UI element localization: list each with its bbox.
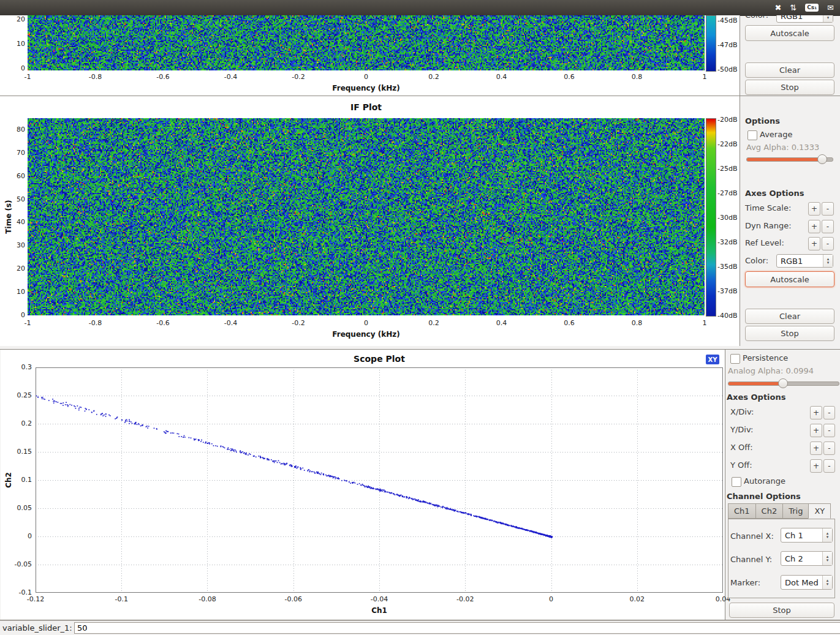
dyn-range-minus-button[interactable]: - [822, 220, 834, 233]
tick-label: -37dB [717, 287, 738, 295]
color-select[interactable]: RGB1 ▴▾ [776, 254, 833, 268]
if-plot-colorbar [706, 118, 716, 317]
channel-y-select[interactable]: Ch 2 ▴▾ [781, 551, 833, 566]
xdiv-plus-button[interactable]: + [810, 406, 822, 419]
color-select[interactable]: RGB1 ▴▾ [776, 15, 833, 23]
tick-label: 0.1 [0, 476, 32, 484]
tick-label: -0.4 [224, 319, 237, 327]
if-plot-y-label: Time (s) [4, 198, 13, 235]
tick-label: 40 [0, 218, 25, 226]
ydiv-minus-button[interactable]: - [823, 424, 835, 437]
mail-icon[interactable]: ✉ [827, 3, 834, 12]
variable-slider-label: variable_slider_1: [2, 623, 72, 633]
tick-label: 0.8 [632, 319, 643, 327]
time-scale-minus-button[interactable]: - [822, 202, 834, 216]
tick-label: -30dB [717, 214, 738, 222]
tick-label: -20dB [717, 116, 738, 124]
tick-label: 10 [0, 40, 25, 48]
xoff-plus-button[interactable]: + [810, 441, 822, 455]
tick-label: -40dB [717, 312, 738, 320]
average-checkbox[interactable] [747, 130, 757, 140]
gnuradio-qt-window: ✖ ⇅ Cs₁ ✉ 20100 -1-0.8-0.6-0.4-0.200.20.… [0, 0, 840, 635]
spinner-arrows-icon[interactable]: ▴▾ [822, 528, 832, 542]
tick-label: -32dB [717, 238, 738, 246]
spinner-arrows-icon[interactable]: ▴▾ [822, 552, 832, 565]
scope-canvas[interactable] [36, 367, 723, 593]
tick-label: -0.8 [89, 319, 102, 327]
tick-label: 50 [0, 195, 25, 203]
tick-label: -0.4 [224, 73, 237, 81]
tick-label: -1 [25, 73, 31, 81]
titlebar-indicator-icons: ✖ ⇅ Cs₁ ✉ [774, 0, 834, 15]
dyn-range-plus-button[interactable]: + [808, 220, 820, 233]
xy-legend-badge[interactable]: XY [706, 355, 719, 364]
tick-label: 20 [0, 15, 25, 23]
channel-x-select[interactable]: Ch 1 ▴▾ [781, 528, 833, 543]
tick-label: 0.6 [564, 73, 575, 81]
section-divider [0, 349, 840, 350]
cross-icon[interactable]: ✖ [774, 3, 781, 12]
tick-label: 20 [0, 265, 25, 272]
yoff-plus-button[interactable]: + [810, 459, 822, 473]
color-select-value: RGB1 [781, 15, 803, 21]
xdiv-minus-button[interactable]: - [823, 406, 835, 419]
stop-button[interactable]: Stop [745, 326, 834, 341]
color-select-value: RGB1 [781, 257, 803, 266]
waterfall-top-canvas[interactable] [28, 15, 705, 70]
tick-label: -22dB [717, 140, 738, 148]
variable-slider-input[interactable] [74, 622, 840, 634]
avg-alpha-slider-handle[interactable] [817, 154, 827, 164]
xdiv-label: X/Div: [730, 407, 754, 416]
analog-alpha-label: Analog Alpha: 0.0994 [728, 366, 814, 375]
if-plot-canvas[interactable] [28, 118, 705, 315]
spinner-arrows-icon[interactable]: ▴▾ [822, 576, 832, 589]
spinner-arrows-icon[interactable]: ▴▾ [823, 15, 833, 22]
tick-label: -1 [25, 319, 31, 327]
tick-label: -0.6 [156, 319, 169, 327]
autorange-checkbox[interactable] [732, 477, 741, 487]
stop-button[interactable]: Stop [745, 80, 834, 95]
tick-label: 0.25 [0, 391, 32, 399]
color-label: Color: [745, 256, 768, 265]
tick-label: -25dB [717, 165, 738, 173]
tab-ch2[interactable]: Ch2 [755, 503, 783, 519]
tick-label: 70 [0, 149, 25, 157]
stop-button[interactable]: Stop [729, 603, 834, 618]
analog-alpha-slider-handle[interactable] [778, 378, 788, 388]
analog-alpha-slider[interactable] [728, 381, 839, 386]
tick-label: -0.1 [115, 595, 128, 603]
avg-alpha-slider[interactable] [746, 157, 833, 162]
time-scale-plus-button[interactable]: + [808, 202, 820, 216]
ydiv-plus-button[interactable]: + [810, 424, 822, 437]
ref-level-plus-button[interactable]: + [808, 237, 820, 250]
clear-button[interactable]: Clear [745, 62, 834, 78]
channel-x-label: Channel X: [730, 532, 774, 541]
tab-trig[interactable]: Trig [782, 503, 808, 519]
xoff-label: X Off: [730, 443, 753, 452]
marker-label: Marker: [730, 578, 760, 587]
autoscale-button[interactable]: Autoscale [745, 25, 834, 41]
avg-alpha-label: Avg Alpha: 0.1333 [746, 143, 819, 152]
persistence-checkbox[interactable] [730, 354, 740, 364]
tick-label: 0.8 [632, 73, 643, 81]
tick-label: -35dB [717, 263, 738, 271]
marker-select[interactable]: Dot Med ▴▾ [781, 575, 833, 590]
tab-xy[interactable]: XY [808, 503, 831, 519]
tick-label: -0.2 [292, 73, 305, 81]
persistence-label: Persistence [743, 353, 788, 363]
autoscale-button[interactable]: Autoscale [745, 271, 834, 287]
panel-divider [740, 15, 740, 346]
tab-ch1[interactable]: Ch1 [728, 503, 755, 519]
keyboard-layout-icon[interactable]: Cs₁ [805, 4, 819, 12]
tick-label: -0.12 [27, 595, 44, 603]
tick-label: 1 [703, 73, 707, 81]
axes-options-header: Axes Options [745, 189, 804, 198]
tick-label: 0 [364, 73, 368, 81]
xoff-minus-button[interactable]: - [823, 441, 835, 455]
dyn-range-label: Dyn Range: [745, 221, 792, 230]
updown-arrows-icon[interactable]: ⇅ [790, 3, 796, 12]
spinner-arrows-icon[interactable]: ▴▾ [823, 255, 833, 267]
ref-level-minus-button[interactable]: - [822, 237, 834, 250]
yoff-minus-button[interactable]: - [823, 459, 835, 473]
clear-button[interactable]: Clear [745, 309, 834, 324]
